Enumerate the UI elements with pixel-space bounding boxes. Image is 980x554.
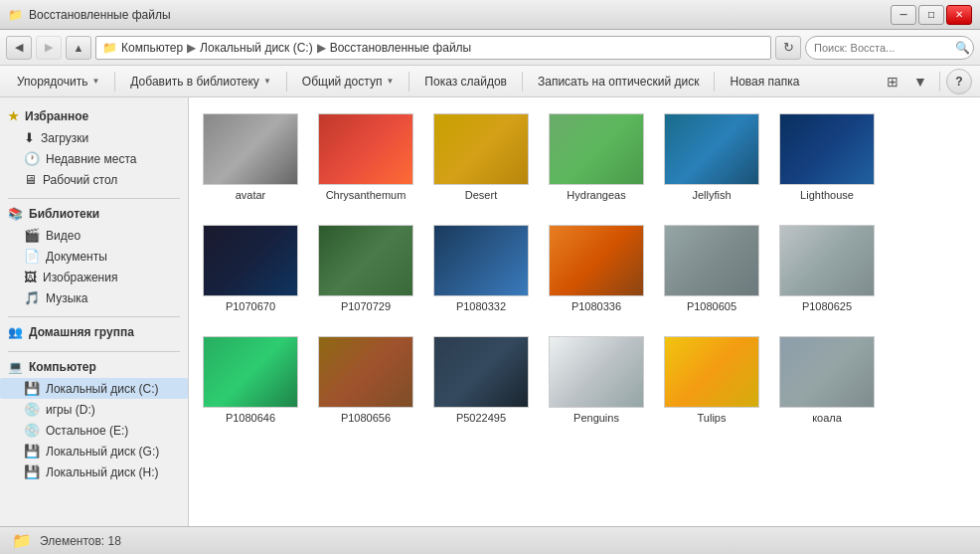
add-to-library-button[interactable]: Добавить в библиотеку ▼ xyxy=(121,69,279,94)
homegroup-label: Домашняя группа xyxy=(29,325,134,339)
toolbar-sep-6 xyxy=(939,72,940,92)
share-label: Общий доступ xyxy=(302,75,383,89)
forward-button[interactable]: ▶ xyxy=(36,36,62,60)
help-button[interactable]: ? xyxy=(946,69,972,94)
file-item-p1070670[interactable]: P1070670 xyxy=(201,221,300,316)
sidebar-item-recent[interactable]: 🕐 Недавние места xyxy=(0,148,188,169)
sidebar-header-favorites[interactable]: ★ Избранное xyxy=(0,105,188,127)
file-name-p1070670: P1070670 xyxy=(226,300,275,312)
file-item-koala[interactable]: коала xyxy=(777,332,877,428)
desktop-label: Рабочий стол xyxy=(43,173,117,187)
downloads-icon: ⬇ xyxy=(24,130,35,145)
path-icon: 📁 xyxy=(102,41,117,55)
up-button[interactable]: ▲ xyxy=(66,36,91,60)
search-icon: 🔍 xyxy=(955,41,970,55)
file-thumbnail-jellyfish xyxy=(664,113,759,185)
file-thumbnail-hydrangeas xyxy=(549,113,644,185)
sidebar-item-drive-d[interactable]: 💿 игры (D:) xyxy=(0,399,188,420)
libraries-icon: 📚 xyxy=(8,207,23,221)
favorites-label: Избранное xyxy=(25,109,88,123)
close-button[interactable]: ✕ xyxy=(946,5,972,25)
file-name-hydrangeas: Hydrangeas xyxy=(567,189,625,201)
file-item-p1080646[interactable]: P1080646 xyxy=(201,332,300,428)
sidebar-item-documents[interactable]: 📄 Документы xyxy=(0,246,188,267)
title-bar: 📁 Восстановленные файлы ─ □ ✕ xyxy=(0,0,980,30)
toolbar-sep-4 xyxy=(522,72,523,92)
sidebar-header-libraries[interactable]: 📚 Библиотеки xyxy=(0,203,188,225)
back-button[interactable]: ◀ xyxy=(6,36,32,60)
drive-h-label: Локальный диск (H:) xyxy=(46,465,159,479)
recent-icon: 🕐 xyxy=(24,151,40,166)
refresh-button[interactable]: ↻ xyxy=(775,36,801,60)
sidebar-item-images[interactable]: 🖼 Изображения xyxy=(0,267,188,287)
minimize-button[interactable]: ─ xyxy=(891,5,916,25)
slideshow-label: Показ слайдов xyxy=(424,75,507,89)
file-name-jellyfish: Jellyfish xyxy=(692,189,731,201)
file-thumbnail-p1080656 xyxy=(318,336,413,408)
file-item-desert[interactable]: Desert xyxy=(431,109,531,205)
sidebar-item-video[interactable]: 🎬 Видео xyxy=(0,225,188,246)
slideshow-button[interactable]: Показ слайдов xyxy=(415,69,516,94)
sidebar-item-downloads[interactable]: ⬇ Загрузки xyxy=(0,127,188,148)
file-name-p1080605: P1080605 xyxy=(687,300,736,312)
breadcrumb-sep-2: ▶ xyxy=(317,41,326,55)
maximize-button[interactable]: □ xyxy=(918,5,944,25)
file-item-p1080332[interactable]: P1080332 xyxy=(431,221,531,316)
drive-d-label: игры (D:) xyxy=(46,403,95,417)
file-item-penguins[interactable]: Penguins xyxy=(547,332,646,428)
search-input[interactable] xyxy=(814,42,951,54)
file-name-p1080656: P1080656 xyxy=(341,412,391,424)
file-item-p1080656[interactable]: P1080656 xyxy=(316,332,415,428)
sidebar-section-computer: 💻 Компьютер 💾 Локальный диск (C:) 💿 игры… xyxy=(0,356,188,482)
view-mode-button[interactable]: ⊞ xyxy=(880,69,905,94)
file-name-desert: Desert xyxy=(465,189,497,201)
title-bar-left: 📁 Восстановленные файлы xyxy=(8,8,171,22)
search-box[interactable]: 🔍 xyxy=(805,36,974,60)
file-item-chrysanthemum[interactable]: Chrysanthemum xyxy=(316,109,415,205)
images-label: Изображения xyxy=(43,271,117,284)
file-item-p1080625[interactable]: P1080625 xyxy=(777,221,877,316)
file-thumbnail-chrysanthemum xyxy=(318,113,413,185)
toolbar-sep-1 xyxy=(114,72,115,92)
sidebar-section-favorites: ★ Избранное ⬇ Загрузки 🕐 Недавние места … xyxy=(0,105,188,190)
new-folder-label: Новая папка xyxy=(730,75,799,89)
sidebar-item-music[interactable]: 🎵 Музыка xyxy=(0,287,188,308)
sidebar-item-desktop[interactable]: 🖥 Рабочий стол xyxy=(0,169,188,190)
sidebar-item-drive-g[interactable]: 💾 Локальный диск (G:) xyxy=(0,441,188,462)
share-button[interactable]: Общий доступ ▼ xyxy=(293,69,404,94)
sidebar-item-drive-e[interactable]: 💿 Остальное (E:) xyxy=(0,420,188,441)
music-icon: 🎵 xyxy=(24,290,40,305)
file-item-hydrangeas[interactable]: Hydrangeas xyxy=(547,109,646,205)
desktop-icon: 🖥 xyxy=(24,172,37,187)
drive-c-icon: 💾 xyxy=(24,381,40,396)
file-item-tulips[interactable]: Tulips xyxy=(662,332,761,428)
file-item-p1070729[interactable]: P1070729 xyxy=(316,221,415,316)
libraries-label: Библиотеки xyxy=(29,207,99,221)
toolbar-sep-5 xyxy=(714,72,715,92)
address-path[interactable]: 📁 Компьютер ▶ Локальный диск (C:) ▶ Восс… xyxy=(95,36,771,60)
sidebar-header-computer[interactable]: 💻 Компьютер xyxy=(0,356,188,378)
sidebar-header-homegroup[interactable]: 👥 Домашняя группа xyxy=(0,321,188,343)
toolbar-sep-3 xyxy=(408,72,409,92)
file-item-jellyfish[interactable]: Jellyfish xyxy=(662,109,761,205)
sidebar-item-drive-h[interactable]: 💾 Локальный диск (H:) xyxy=(0,462,188,482)
file-item-avatar[interactable]: avatar xyxy=(201,109,300,205)
drive-e-label: Остальное (E:) xyxy=(46,424,128,438)
favorites-icon: ★ xyxy=(8,109,19,123)
file-item-p5022495[interactable]: P5022495 xyxy=(431,332,531,428)
view-toggle-button[interactable]: ▼ xyxy=(907,69,933,94)
sidebar-item-drive-c[interactable]: 💾 Локальный диск (C:) xyxy=(0,378,188,399)
documents-label: Документы xyxy=(46,250,107,264)
file-item-lighthouse[interactable]: Lighthouse xyxy=(777,109,877,205)
organize-button[interactable]: Упорядочить ▼ xyxy=(8,69,108,94)
sidebar-divider-1 xyxy=(8,198,180,199)
burn-disk-button[interactable]: Записать на оптический диск xyxy=(529,69,709,94)
new-folder-button[interactable]: Новая папка xyxy=(721,69,808,94)
add-library-arrow: ▼ xyxy=(263,77,271,86)
file-thumbnail-p1080646 xyxy=(203,336,298,408)
sidebar-divider-2 xyxy=(8,316,180,317)
file-thumbnail-p1080605 xyxy=(664,225,759,296)
file-item-p1080605[interactable]: P1080605 xyxy=(662,221,761,316)
file-thumbnail-p1080625 xyxy=(779,225,875,296)
file-item-p1080336[interactable]: P1080336 xyxy=(547,221,646,316)
